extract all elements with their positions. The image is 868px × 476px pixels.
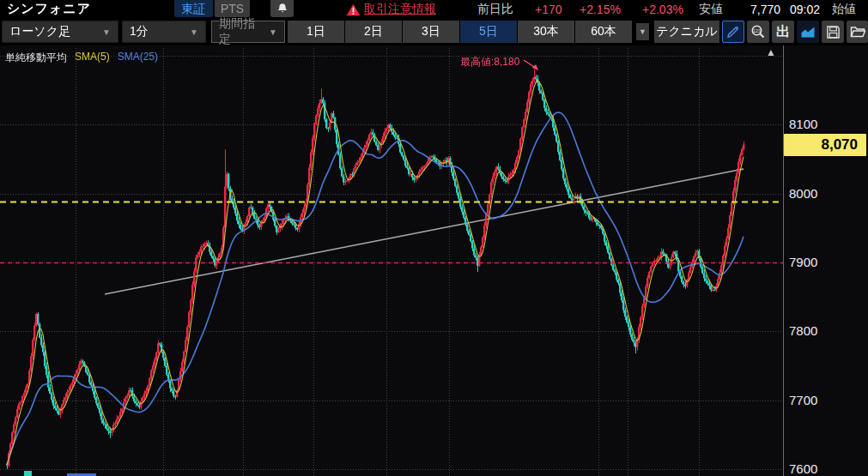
volume-button[interactable]: 出 xyxy=(772,21,794,43)
period-specify-button[interactable]: 期間指定 ▼ xyxy=(211,21,285,43)
chart-area: 単純移動平均 SMA(5) SMA(25) 最高値:8,180 ▲ 8,070 … xyxy=(0,45,868,476)
magnifier-123-icon: 123 xyxy=(750,24,766,39)
prev-day-change: +170 xyxy=(535,3,580,16)
warning-triangle-icon xyxy=(346,3,361,16)
high-price-annotation: 最高値:8,180 xyxy=(460,55,519,69)
legend-sma25[interactable]: SMA(25) xyxy=(118,51,158,65)
folder-icon xyxy=(850,25,865,39)
clipped-volume-pane-fragment xyxy=(24,471,32,476)
pencil-icon xyxy=(726,25,740,39)
range-button-2day[interactable]: 2日 xyxy=(345,21,402,43)
y-axis-label: 7700 xyxy=(789,393,817,407)
range-button-1day[interactable]: 1日 xyxy=(288,21,344,43)
more-ranges-dropdown[interactable]: ▼ xyxy=(636,23,649,40)
current-price-badge: 8,070 xyxy=(784,134,866,156)
save-settings-button[interactable] xyxy=(822,21,844,43)
range-button-3day[interactable]: 3日 xyxy=(403,21,459,43)
range-button-5day[interactable]: 5日 xyxy=(460,21,517,43)
exchange-tab-pts[interactable]: PTS xyxy=(215,0,250,17)
draw-tool-button[interactable] xyxy=(722,21,744,43)
low-time: 09:02 xyxy=(780,3,820,16)
stock-chart-window: シンフォニア 東証 PTS 取引注意情報 前日比 +170 +2.15% +2.… xyxy=(0,0,868,476)
de-kanji-icon: 出 xyxy=(776,23,790,41)
alert-bell-button[interactable] xyxy=(270,0,294,17)
indicator-legend: 単純移動平均 SMA(5) SMA(25) xyxy=(5,51,158,65)
y-axis-label: 7600 xyxy=(789,461,817,476)
second-pct: +2.03% xyxy=(642,3,699,16)
open-label: 始値 xyxy=(832,2,856,17)
price-axis[interactable]: 8,070 810080007900780077007600 xyxy=(784,45,868,476)
chart-toolbar: ローソク足 ▼ 1分 ▼ 期間指定 ▼ 1日 2日 3日 5日 30本 60本 … xyxy=(0,19,868,45)
quote-summary: 前日比 +170 +2.15% +2.03% 安値 7,770 09:02 始値 xyxy=(477,2,868,17)
range-button-60bars[interactable]: 60本 xyxy=(575,21,632,43)
chart-style-button[interactable] xyxy=(797,21,819,43)
floppy-disk-icon xyxy=(826,25,841,39)
trade-caution-link[interactable]: 取引注意情報 xyxy=(346,2,436,17)
chevron-down-icon: ▼ xyxy=(269,27,277,37)
svg-text:123: 123 xyxy=(753,28,761,33)
y-axis-label: 8000 xyxy=(789,186,817,201)
legend-sma5[interactable]: SMA(5) xyxy=(75,51,110,65)
chevron-down-icon: ▼ xyxy=(639,27,646,36)
load-settings-button[interactable] xyxy=(847,21,868,43)
candlestick-chart[interactable] xyxy=(0,45,783,476)
prev-day-label: 前日比 xyxy=(477,2,535,17)
scroll-up-arrow[interactable]: ▲ xyxy=(766,46,776,58)
bell-icon xyxy=(276,3,288,15)
chevron-down-icon: ▼ xyxy=(190,27,198,37)
interval-select[interactable]: 1分 ▼ xyxy=(122,21,206,43)
chart-type-select[interactable]: ローソク足 ▼ xyxy=(2,21,118,43)
low-label: 安値 xyxy=(699,2,742,17)
stock-name: シンフォニア xyxy=(7,1,91,17)
range-button-group: 1日 2日 3日 5日 30本 60本 xyxy=(288,21,632,43)
exchange-tab-tosho[interactable]: 東証 xyxy=(174,0,213,17)
area-chart-icon xyxy=(800,24,816,39)
legend-title: 単純移動平均 xyxy=(5,51,67,65)
price-inquiry-button[interactable]: 123 xyxy=(747,21,769,43)
low-value: 7,770 xyxy=(742,3,780,16)
title-bar: シンフォニア 東証 PTS 取引注意情報 前日比 +170 +2.15% +2.… xyxy=(0,0,868,19)
y-axis-label: 7900 xyxy=(789,255,817,269)
chevron-down-icon: ▼ xyxy=(102,27,111,37)
range-button-30bars[interactable]: 30本 xyxy=(518,21,574,43)
y-axis-label: 7800 xyxy=(789,323,817,338)
prev-day-pct: +2.15% xyxy=(580,3,642,16)
technical-button[interactable]: テクニカル xyxy=(654,21,719,43)
trade-caution-label: 取引注意情報 xyxy=(364,2,436,17)
y-axis-label: 8100 xyxy=(789,117,817,131)
